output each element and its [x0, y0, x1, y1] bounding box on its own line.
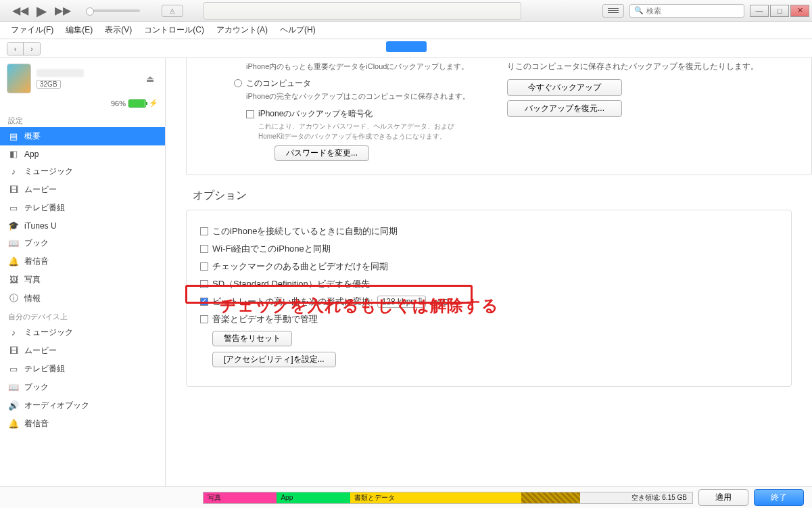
menu-edit[interactable]: 編集(E) [63, 23, 95, 37]
minimize-button[interactable]: — [750, 5, 769, 17]
done-button[interactable]: 終了 [754, 489, 804, 506]
menu-help[interactable]: ヘルプ(H) [277, 23, 318, 37]
menu-control[interactable]: コントロール(C) [141, 23, 207, 37]
app-icon: ◧ [8, 149, 19, 159]
backup-this-pc-desc: iPhoneの完全なバックアップはこのコンピュータに保存されます。 [246, 91, 480, 102]
title-bar: ◀◀ ▶ ▶▶ ◬ 🔍 — □ ✕ [0, 0, 812, 22]
list-view-button[interactable] [602, 4, 624, 18]
usage-seg-free: 空き領域: 6.15 GB [580, 492, 692, 503]
device-name [37, 69, 84, 77]
main-area: 32GB ⏏ 96% ⚡ 設定 ▤概要 ◧App ♪ミュージック 🎞ムービー ▭… [0, 58, 812, 486]
sidebar-item-ringtone[interactable]: 🔔着信音 [0, 252, 165, 271]
sidebar-ondevice-tv[interactable]: ▭テレビ番組 [0, 360, 165, 378]
sidebar-ondevice-movie[interactable]: 🎞ムービー [0, 342, 165, 360]
sidebar-item-book[interactable]: 📖ブック [0, 234, 165, 252]
opt-auto-sync[interactable]: このiPhoneを接続しているときに自動的に同期 [200, 225, 778, 237]
encrypt-checkbox[interactable] [246, 110, 254, 118]
maximize-button[interactable]: □ [770, 5, 789, 17]
encrypt-desc: これにより、アカウントパスワード、ヘルスケアデータ、およびHomeKitデータの… [258, 121, 480, 141]
checkbox-checked-only[interactable] [200, 262, 208, 271]
lcd-display [204, 2, 521, 20]
sidebar: 32GB ⏏ 96% ⚡ 設定 ▤概要 ◧App ♪ミュージック 🎞ムービー ▭… [0, 58, 166, 486]
checkbox-wifi-sync[interactable] [200, 245, 208, 253]
menu-account[interactable]: アカウント(A) [214, 23, 270, 37]
sidebar-item-app[interactable]: ◧App [0, 145, 165, 162]
nav-back-button[interactable]: ‹ [7, 43, 24, 55]
sidebar-ondevice-book[interactable]: 📖ブック [0, 378, 165, 396]
volume-slider[interactable] [86, 9, 140, 12]
window-controls: — □ ✕ [750, 5, 809, 17]
opt-checked-only[interactable]: チェックマークのある曲とビデオだけを同期 [200, 260, 778, 273]
sidebar-heading-ondevice: 自分のデバイス上 [0, 308, 165, 323]
movie-icon: 🎞 [8, 346, 19, 356]
change-password-button[interactable]: パスワードを変更... [274, 145, 369, 161]
content-area: iPhone内のもっとも重要なデータをiCloudにバックアップします。 このコ… [166, 58, 812, 486]
search-input[interactable] [646, 7, 740, 15]
checkbox-auto-sync[interactable] [200, 227, 208, 235]
backup-now-button[interactable]: 今すぐバックアップ [507, 79, 622, 96]
music-icon: ♪ [8, 166, 19, 177]
device-capacity-badge: 32GB [37, 80, 61, 89]
bell-icon: 🔔 [8, 419, 19, 429]
usage-seg-app: App [277, 492, 350, 503]
close-button[interactable]: ✕ [790, 5, 809, 17]
sidebar-item-itunesu[interactable]: 🎓iTunes U [0, 217, 165, 234]
nav-row: ‹ › [0, 39, 812, 58]
backup-panel: iPhone内のもっとも重要なデータをiCloudにバックアップします。 このコ… [186, 58, 812, 175]
sidebar-ondevice-music[interactable]: ♪ミュージック [0, 323, 165, 342]
movie-icon: 🎞 [8, 185, 19, 195]
battery-percent: 96% [111, 99, 126, 108]
prev-track-button[interactable]: ◀◀ [12, 4, 28, 17]
sidebar-ondevice-audiobook[interactable]: 🔊オーディオブック [0, 396, 165, 415]
bottom-bar: 写真 App 書類とデータ 空き領域: 6.15 GB 適用 終了 [0, 486, 812, 508]
sidebar-item-movie[interactable]: 🎞ムービー [0, 181, 165, 199]
summary-icon: ▤ [8, 131, 19, 141]
accessibility-button[interactable]: [アクセシビリティ]を設定... [212, 352, 336, 367]
sidebar-item-music[interactable]: ♪ミュージック [0, 162, 165, 181]
options-title: オプション [193, 189, 812, 203]
music-icon: ♪ [8, 327, 19, 338]
backup-this-pc-row[interactable]: このコンピュータ [234, 78, 480, 89]
reset-warnings-button[interactable]: 警告をリセット [212, 331, 292, 346]
sidebar-ondevice-ringtone[interactable]: 🔔着信音 [0, 415, 165, 433]
next-track-button[interactable]: ▶▶ [55, 4, 71, 17]
eject-icon[interactable]: ⏏ [146, 74, 154, 84]
sidebar-item-summary[interactable]: ▤概要 [0, 127, 165, 145]
itunesu-icon: 🎓 [8, 221, 19, 231]
restore-backup-button[interactable]: バックアップを復元... [507, 100, 622, 117]
search-box[interactable]: 🔍 [629, 4, 744, 18]
menu-file[interactable]: ファイル(F) [8, 23, 56, 37]
sidebar-item-photo[interactable]: 🖼写真 [0, 271, 165, 289]
photo-icon: 🖼 [8, 275, 19, 285]
opt-wifi-sync[interactable]: Wi-Fi経由でこのiPhoneと同期 [200, 243, 778, 255]
apply-button[interactable]: 適用 [698, 489, 748, 506]
audiobook-icon: 🔊 [8, 400, 19, 411]
tv-icon: ▭ [8, 364, 19, 374]
search-icon: 🔍 [634, 6, 644, 15]
backup-right-desc: りこのコンピュータに保存されたバックアップを復元したりします。 [507, 61, 764, 72]
top-indicator [386, 41, 427, 52]
sidebar-item-info[interactable]: ⓘ情報 [0, 289, 165, 308]
play-button[interactable]: ▶ [37, 3, 47, 19]
annotation-text: チェックを入れるもしくは解除する [220, 295, 499, 317]
menu-bar: ファイル(F) 編集(E) 表示(V) コントロール(C) アカウント(A) ヘ… [0, 22, 812, 39]
usage-seg-doc: 書類とデータ [350, 492, 521, 503]
usage-seg-other [521, 492, 580, 503]
sidebar-item-tv[interactable]: ▭テレビ番組 [0, 199, 165, 217]
radio-this-pc[interactable] [234, 79, 242, 87]
info-icon: ⓘ [8, 292, 19, 304]
encrypt-backup-row[interactable]: iPhoneのバックアップを暗号化 [246, 108, 480, 120]
device-thumbnail-icon [7, 64, 31, 93]
nav-forward-button[interactable]: › [24, 43, 40, 55]
icloud-desc: iPhone内のもっとも重要なデータをiCloudにバックアップします。 [246, 61, 480, 72]
menu-view[interactable]: 表示(V) [102, 23, 135, 37]
playback-controls: ◀◀ ▶ ▶▶ ◬ [12, 3, 183, 19]
charging-icon: ⚡ [149, 99, 158, 108]
backup-this-pc-label: このコンピュータ [246, 78, 311, 89]
sidebar-heading-settings: 設定 [0, 112, 165, 127]
checkbox-manual[interactable] [200, 315, 208, 323]
backup-left: iPhone内のもっとも重要なデータをiCloudにバックアップします。 このコ… [234, 61, 480, 161]
airplay-button[interactable]: ◬ [162, 5, 183, 17]
nav-back-forward: ‹ › [7, 42, 41, 55]
battery-icon [128, 99, 146, 108]
